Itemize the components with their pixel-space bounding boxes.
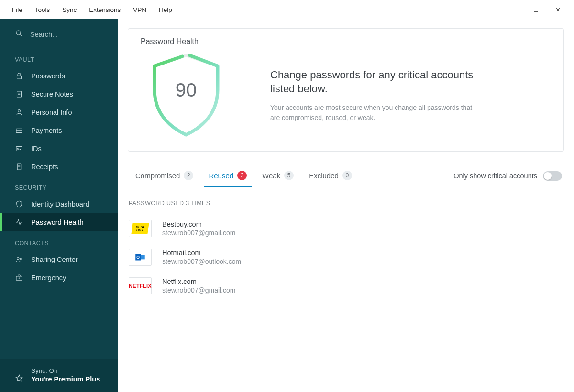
divider (251, 60, 251, 131)
svg-point-10 (18, 110, 21, 112)
sidebar-item-label: Receipts (31, 163, 58, 171)
outlook-icon: O (134, 251, 146, 263)
group-header: PASSWORD USED 3 TIMES (129, 200, 564, 207)
close-button[interactable] (547, 2, 569, 17)
account-user: stew.rob007@outlook.com (162, 258, 241, 265)
account-row[interactable]: BESTBUY Bestbuy.com stew.rob007@gmail.co… (128, 214, 564, 243)
sidebar-item-label: Passwords (31, 72, 65, 80)
health-shield: 90 (141, 53, 232, 139)
tabs: Compromised 2 Reused 3 Weak 5 Excluded 0… (128, 165, 564, 187)
site-logo-hotmail: O (129, 249, 152, 266)
critical-toggle-label: Only show critical accounts (453, 172, 537, 180)
tab-label: Excluded (309, 172, 339, 180)
svg-text:O: O (136, 255, 140, 260)
receipt-icon (15, 163, 23, 171)
sidebar-item-payments[interactable]: Payments (0, 121, 118, 140)
page-title: Password Health (141, 37, 551, 46)
menu-help[interactable]: Help (159, 6, 172, 13)
site-logo-netflix: NETFLIX (129, 277, 152, 294)
svg-point-20 (17, 258, 20, 260)
svg-marker-25 (16, 375, 22, 381)
account-site: Bestbuy.com (162, 220, 236, 228)
note-icon (15, 90, 23, 98)
sidebar-item-emergency[interactable]: Emergency (0, 269, 118, 287)
account-row[interactable]: O Hotmail.com stew.rob007@outlook.com (128, 243, 564, 272)
sidebar-item-label: Payments (31, 127, 62, 134)
sidebar-item-sharing-center[interactable]: Sharing Center (0, 250, 118, 269)
sidebar-item-ids[interactable]: IDs (0, 140, 118, 158)
section-vault-label: VAULT (0, 48, 118, 67)
sidebar-item-label: Secure Notes (31, 90, 73, 98)
tab-badge: 5 (284, 171, 294, 180)
sidebar-item-label: Sharing Center (31, 256, 78, 263)
sidebar-item-receipts[interactable]: Receipts (0, 158, 118, 176)
critical-toggle[interactable] (543, 171, 562, 181)
svg-point-21 (20, 258, 22, 260)
tab-badge: 3 (237, 171, 247, 180)
section-security-label: SECURITY (0, 176, 118, 195)
svg-line-5 (20, 34, 22, 36)
svg-rect-6 (17, 76, 22, 79)
tab-badge: 2 (184, 171, 193, 180)
search-row[interactable] (0, 19, 118, 48)
sidebar-item-label: Personal Info (31, 109, 72, 116)
sidebar-item-passwords[interactable]: Passwords (0, 67, 118, 85)
tab-compromised[interactable]: Compromised 2 (128, 165, 201, 187)
sidebar-item-personal-info[interactable]: Personal Info (0, 103, 118, 121)
tab-weak[interactable]: Weak 5 (254, 165, 301, 187)
menu-file[interactable]: File (12, 6, 22, 13)
star-icon (15, 374, 23, 382)
sidebar-item-label: Password Health (31, 218, 84, 226)
app-window: File Tools Sync Extensions VPN Help VAUL… (0, 0, 574, 392)
people-icon (15, 255, 23, 264)
sidebar-item-secure-notes[interactable]: Secure Notes (0, 85, 118, 103)
search-input[interactable] (30, 31, 121, 38)
svg-rect-11 (16, 129, 22, 132)
menu-sync[interactable]: Sync (62, 6, 77, 13)
sidebar-item-password-health[interactable]: Password Health (0, 213, 118, 231)
tab-label: Reused (209, 172, 233, 180)
site-logo-bestbuy: BESTBUY (129, 220, 152, 237)
sidebar-item-label: Emergency (31, 274, 66, 282)
card-icon (15, 126, 23, 135)
lock-icon (15, 72, 23, 80)
menu-vpn[interactable]: VPN (133, 6, 146, 13)
maximize-button[interactable] (525, 2, 547, 17)
sub-text: Your accounts are most secure when you c… (270, 103, 481, 123)
tab-reused[interactable]: Reused 3 (201, 165, 254, 187)
tab-excluded[interactable]: Excluded 0 (301, 165, 360, 187)
account-user: stew.rob007@gmail.com (162, 286, 236, 294)
menu-tools[interactable]: Tools (35, 6, 50, 13)
sync-status: Sync: On (31, 367, 100, 374)
sidebar-item-label: IDs (31, 145, 42, 152)
window-controls (503, 2, 569, 17)
score-value: 90 (176, 79, 197, 100)
svg-rect-27 (141, 255, 145, 260)
account-row[interactable]: NETFLIX Netflix.com stew.rob007@gmail.co… (128, 272, 564, 300)
menubar-menus: File Tools Sync Extensions VPN Help (5, 6, 172, 13)
menu-extensions[interactable]: Extensions (89, 6, 121, 13)
person-icon (15, 108, 23, 117)
account-site: Hotmail.com (162, 249, 241, 257)
plan-label: You're Premium Plus (31, 375, 100, 383)
tab-label: Weak (262, 172, 280, 180)
health-card: Password Health (128, 28, 564, 152)
shield-icon (15, 200, 23, 208)
main-content: Password Health (118, 19, 574, 392)
account-user: stew.rob007@gmail.com (162, 229, 236, 237)
svg-point-14 (17, 148, 19, 150)
activity-icon (15, 218, 23, 227)
search-icon (15, 29, 23, 39)
svg-rect-1 (534, 8, 538, 11)
minimize-button[interactable] (503, 2, 525, 17)
headline: Change passwords for any critical accoun… (270, 68, 490, 96)
account-site: Netflix.com (162, 278, 236, 285)
sidebar: VAULT Passwords Secure Notes Personal In… (0, 19, 118, 392)
briefcase-icon (15, 273, 23, 282)
sidebar-item-label: Identity Dashboard (31, 200, 89, 208)
sidebar-item-identity-dashboard[interactable]: Identity Dashboard (0, 195, 118, 213)
shield-score-icon: 90 (148, 53, 224, 139)
menubar: File Tools Sync Extensions VPN Help (0, 0, 574, 19)
section-contacts-label: CONTACTS (0, 231, 118, 250)
sidebar-footer[interactable]: Sync: On You're Premium Plus (0, 359, 118, 392)
